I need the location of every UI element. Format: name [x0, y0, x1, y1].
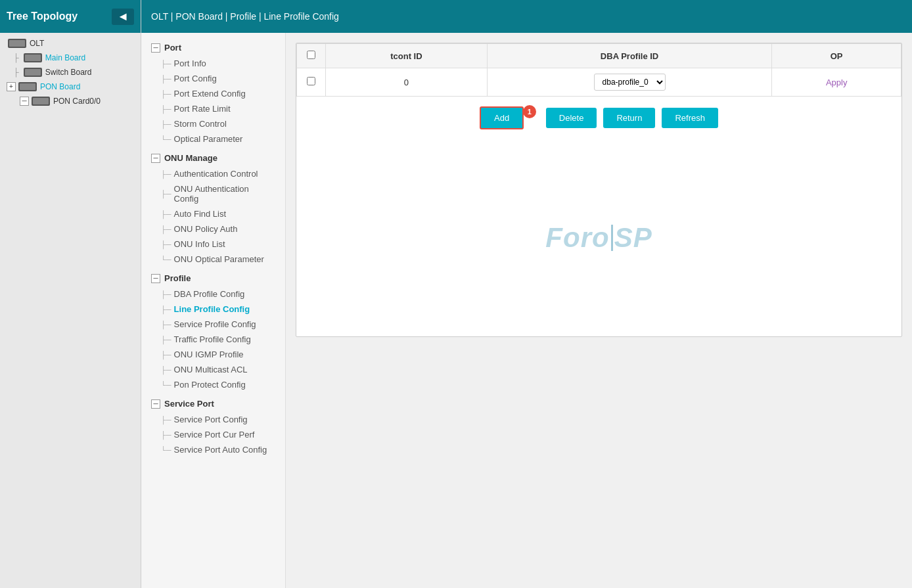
pon-board-expand[interactable]: +: [7, 82, 16, 91]
nav-item-service-profile-config[interactable]: Service Profile Config: [141, 317, 285, 332]
sidebar-toggle-button[interactable]: ◄: [112, 9, 134, 25]
nav-item-traffic-profile-config[interactable]: Traffic Profile Config: [141, 332, 285, 347]
pon-board-icon: [18, 82, 37, 91]
tree-item-main-board[interactable]: ├ Main Board: [0, 51, 141, 65]
nav-item-service-port-auto-config[interactable]: Service Port Auto Config: [141, 442, 285, 457]
nav-section-port: ─ Port Port Info Port Config Port Extend…: [141, 39, 285, 147]
sidebar-title: Tree Topology: [7, 11, 78, 22]
nav-item-service-port-config-label: Service Port Config: [174, 415, 248, 424]
nav-item-port-extend-config[interactable]: Port Extend Config: [141, 86, 285, 101]
nav-item-onu-optical-param[interactable]: ONU Optical Parameter: [141, 252, 285, 267]
row-checkbox[interactable]: [307, 77, 315, 85]
nav-item-auto-find-list-label: Auto Find List: [174, 209, 227, 219]
nav-section-service-port-label: Service Port: [164, 399, 214, 409]
main-content: tcont ID DBA Profile ID OP 0: [286, 33, 912, 588]
nav-item-service-port-auto-config-label: Service Port Auto Config: [174, 445, 267, 455]
data-table: tcont ID DBA Profile ID OP 0: [296, 43, 901, 97]
nav-section-onu-manage-header[interactable]: ─ ONU Manage: [141, 150, 285, 166]
nav-item-storm-control[interactable]: Storm Control: [141, 116, 285, 131]
tree-item-pon-card-label: PON Card0/0: [53, 97, 101, 106]
nav-item-port-config-label: Port Config: [174, 74, 217, 83]
nav-item-onu-multicast-acl[interactable]: ONU Multicast ACL: [141, 362, 285, 377]
top-bar: OLT | PON Board | Profile | Line Profile…: [141, 0, 912, 33]
nav-section-profile: ─ Profile DBA Profile Config Line Profil…: [141, 270, 285, 392]
nav-item-onu-auth-config-label: ONU Authentication Config: [174, 184, 275, 204]
nav-item-optical-parameter[interactable]: Optical Parameter: [141, 131, 285, 147]
nav-section-profile-label: Profile: [164, 273, 191, 283]
add-button-wrapper: Add 1: [480, 106, 539, 129]
dba-profile-select[interactable]: dba-profile_0 dba-profile_1 dba-profile_…: [594, 74, 666, 91]
nav-item-port-rate-limit[interactable]: Port Rate Limit: [141, 101, 285, 116]
nav-item-dba-profile-config-label: DBA Profile Config: [174, 289, 245, 299]
nav-item-onu-multicast-acl-label: ONU Multicast ACL: [174, 365, 248, 374]
return-button[interactable]: Return: [603, 108, 655, 128]
nav-item-onu-policy-auth[interactable]: ONU Policy Auth: [141, 221, 285, 237]
nav-item-line-profile-config-label: Line Profile Config: [174, 304, 250, 314]
nav-section-onu-manage-label: ONU Manage: [164, 153, 217, 163]
table-row: 0 dba-profile_0 dba-profile_1 dba-profil…: [297, 68, 901, 97]
nav-item-onu-policy-auth-label: ONU Policy Auth: [174, 224, 238, 234]
nav-section-onu-manage: ─ ONU Manage Authentication Control ONU …: [141, 150, 285, 267]
tree-item-olt[interactable]: OLT: [0, 36, 141, 51]
profile-expand-box[interactable]: ─: [151, 274, 160, 283]
nav-item-pon-protect-config-label: Pon Protect Config: [174, 380, 246, 390]
nav-item-service-profile-config-label: Service Profile Config: [174, 319, 256, 329]
breadcrumb: OLT | PON Board | Profile | Line Profile…: [151, 11, 339, 22]
nav-item-dba-profile-config[interactable]: DBA Profile Config: [141, 286, 285, 302]
nav-item-port-info[interactable]: Port Info: [141, 56, 285, 71]
tcont-id-cell: 0: [326, 68, 488, 97]
nav-item-service-port-cur-perf-label: Service Port Cur Perf: [174, 430, 255, 440]
nav-menu: ─ Port Port Info Port Config Port Extend…: [141, 33, 286, 588]
pon-card-expand[interactable]: ─: [20, 97, 29, 106]
nav-item-auto-find-list[interactable]: Auto Find List: [141, 206, 285, 221]
pon-card-icon: [32, 97, 50, 106]
col-header-checkbox: [297, 44, 326, 68]
nav-section-service-port-header[interactable]: ─ Service Port: [141, 396, 285, 412]
olt-icon: [8, 39, 26, 48]
nav-item-onu-info-list[interactable]: ONU Info List: [141, 237, 285, 252]
main-wrapper: OLT | PON Board | Profile | Line Profile…: [141, 0, 912, 588]
tree-item-pon-board-label: PON Board: [40, 82, 80, 91]
table-container: tcont ID DBA Profile ID OP 0: [296, 43, 902, 337]
op-cell: Apply: [772, 68, 901, 97]
nav-item-auth-control-label: Authentication Control: [174, 169, 258, 179]
tree-item-main-board-label: Main Board: [45, 53, 85, 62]
row-checkbox-cell: [297, 68, 326, 97]
nav-section-service-port: ─ Service Port Service Port Config Servi…: [141, 396, 285, 457]
tree-item-pon-board[interactable]: + PON Board: [0, 79, 141, 94]
content-wrapper: ─ Port Port Info Port Config Port Extend…: [141, 33, 912, 588]
service-port-expand-box[interactable]: ─: [151, 399, 160, 409]
watermark-text-right: SP: [614, 222, 652, 254]
tree-item-pon-card[interactable]: ─ PON Card0/0: [0, 94, 141, 108]
nav-item-line-profile-config[interactable]: Line Profile Config: [141, 302, 285, 317]
tree-item-switch-board[interactable]: ├ Switch Board: [0, 65, 141, 79]
nav-item-service-port-config[interactable]: Service Port Config: [141, 412, 285, 427]
delete-button[interactable]: Delete: [546, 108, 597, 128]
refresh-button[interactable]: Refresh: [662, 108, 718, 128]
col-header-dba-profile-id: DBA Profile ID: [487, 44, 771, 68]
nav-item-onu-info-list-label: ONU Info List: [174, 239, 225, 249]
nav-item-pon-protect-config[interactable]: Pon Protect Config: [141, 377, 285, 392]
select-all-checkbox[interactable]: [307, 51, 315, 59]
nav-item-auth-control[interactable]: Authentication Control: [141, 166, 285, 181]
sidebar: Tree Topology ◄ OLT ├ Main Board ├ Switc…: [0, 0, 141, 588]
nav-item-onu-auth-config[interactable]: ONU Authentication Config: [141, 181, 285, 206]
watermark-cursor: [611, 225, 613, 251]
nav-item-port-rate-limit-label: Port Rate Limit: [174, 104, 231, 114]
nav-item-onu-igmp-profile[interactable]: ONU IGMP Profile: [141, 347, 285, 362]
buttons-row: Add 1 Delete Return Refresh: [296, 97, 901, 139]
watermark-text-left: Foro: [545, 222, 609, 254]
nav-item-port-config[interactable]: Port Config: [141, 71, 285, 86]
nav-item-port-extend-config-label: Port Extend Config: [174, 89, 246, 99]
col-header-op: OP: [772, 44, 901, 68]
apply-link[interactable]: Apply: [826, 78, 848, 87]
onu-manage-expand-box[interactable]: ─: [151, 154, 160, 163]
nav-item-service-port-cur-perf[interactable]: Service Port Cur Perf: [141, 427, 285, 442]
port-expand-box[interactable]: ─: [151, 43, 160, 53]
tree-connector: ├: [13, 68, 21, 77]
switch-board-icon: [24, 68, 42, 77]
add-button[interactable]: Add: [480, 106, 524, 129]
main-board-icon: [24, 53, 42, 62]
nav-section-profile-header[interactable]: ─ Profile: [141, 270, 285, 286]
nav-section-port-header[interactable]: ─ Port: [141, 39, 285, 56]
